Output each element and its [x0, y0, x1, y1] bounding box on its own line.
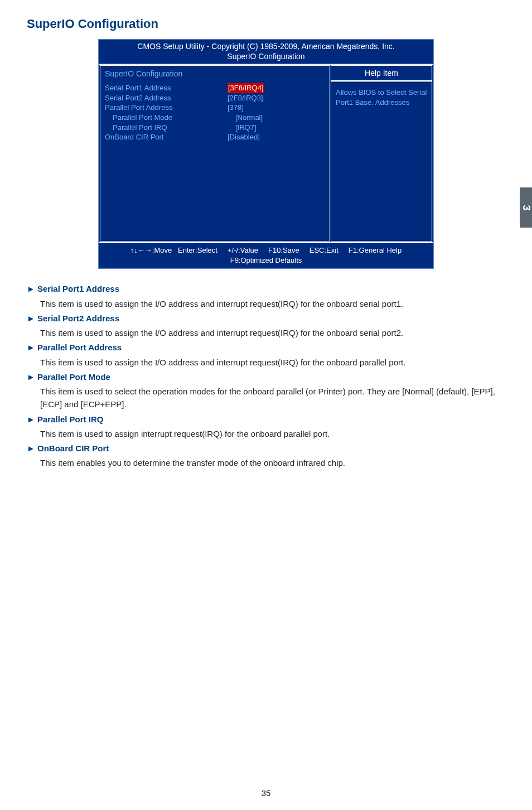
desc-heading: ► Serial Port2 Address	[27, 312, 511, 325]
bios-row-label: Parallel Port Address	[105, 103, 228, 113]
bios-row-value: [Disabled]	[228, 132, 260, 142]
bios-row-label: Parallel Port Mode	[105, 113, 235, 123]
desc-heading: ► Parallel Port Mode	[27, 370, 511, 383]
desc-heading: ► Parallel Port Address	[27, 341, 511, 354]
bios-row-value: [2F8/IRQ3]	[228, 93, 263, 103]
bios-row-label: OnBoard CIR Port	[105, 132, 228, 142]
desc-heading: ► OnBoard CIR Port	[27, 442, 511, 455]
bios-row-label: Parallel Port IRQ	[105, 123, 235, 133]
bios-header: CMOS Setup Utility - Copyright (C) 1985-…	[98, 39, 434, 64]
bios-section-title: SuperIO Configuration	[105, 69, 325, 78]
side-tab-label: 3	[520, 205, 531, 210]
bios-footer-line1: ↑↓←→:Move Enter:Select +/-/:Value F10:Sa…	[101, 245, 431, 255]
bios-header-line1: CMOS Setup Utility - Copyright (C) 1985-…	[101, 41, 431, 51]
bios-row-value: [378]	[228, 103, 244, 113]
desc-text: This item is used to assign the I/O addr…	[27, 297, 511, 310]
bios-body: SuperIO Configuration Serial Port1 Addre…	[98, 64, 434, 243]
bios-help-header: Help Item	[331, 66, 432, 82]
bios-right-panel: Help Item Allows BIOS to Select Serial P…	[331, 64, 433, 243]
bios-row-value: [Normal]	[235, 113, 263, 123]
page-number: 35	[0, 788, 532, 798]
bios-row[interactable]: Serial Port2 Address [2F8/IRQ3]	[105, 93, 325, 103]
bios-footer: ↑↓←→:Move Enter:Select +/-/:Value F10:Sa…	[98, 243, 434, 269]
side-tab: 3	[520, 187, 532, 228]
bios-row-label: Serial Port1 Address	[105, 83, 228, 93]
page-title: SuperIO Configuration	[27, 17, 511, 31]
desc-heading: ► Serial Port1 Address	[27, 282, 511, 295]
bios-row[interactable]: Parallel Port Mode [Normal]	[105, 113, 325, 123]
desc-text: This item is used to assign the I/O addr…	[27, 326, 511, 339]
bios-row-label: Serial Port2 Address	[105, 93, 228, 103]
bios-row-value: [3F8/IRQ4]	[228, 83, 264, 93]
desc-text: This item enables you to determine the t…	[27, 456, 511, 469]
page-content: SuperIO Configuration CMOS Setup Utility…	[0, 0, 532, 470]
bios-left-panel: SuperIO Configuration Serial Port1 Addre…	[99, 64, 331, 243]
description-block: ► Serial Port1 Address This item is used…	[27, 282, 511, 469]
bios-row[interactable]: Serial Port1 Address [3F8/IRQ4]	[105, 83, 325, 93]
bios-row[interactable]: Parallel Port IRQ [IRQ7]	[105, 123, 325, 133]
desc-heading: ► Parallel Port IRQ	[27, 413, 511, 426]
desc-text: This item is used to assign the I/O addr…	[27, 356, 511, 369]
bios-screenshot: CMOS Setup Utility - Copyright (C) 1985-…	[98, 39, 434, 269]
bios-help-text: Allows BIOS to Select Serial Port1 Base.…	[331, 82, 432, 113]
bios-row[interactable]: OnBoard CIR Port [Disabled]	[105, 132, 325, 142]
bios-row[interactable]: Parallel Port Address [378]	[105, 103, 325, 113]
desc-text: This item is used to assign interrupt re…	[27, 427, 511, 440]
desc-text: This item is used to select the operatio…	[27, 385, 511, 411]
bios-header-line2: SuperIO Configuration	[101, 51, 431, 61]
bios-footer-line2: F9:Optimized Defaults	[101, 255, 431, 266]
bios-row-value: [IRQ7]	[235, 123, 257, 133]
